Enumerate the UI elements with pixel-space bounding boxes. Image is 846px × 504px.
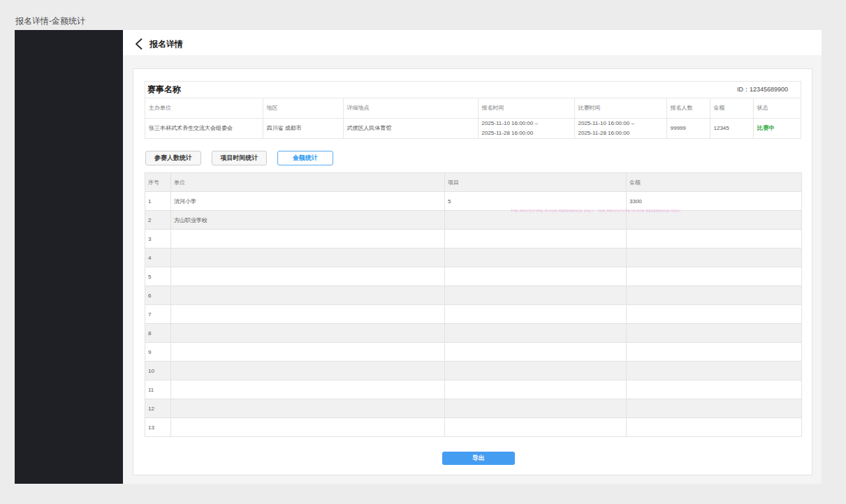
stats-cell-unit [171, 267, 445, 286]
cell-amount: 12345 [710, 118, 753, 138]
col-match-time: 比赛时间 [574, 98, 666, 118]
cell-region: 四川省 成都市 [263, 118, 343, 138]
stats-cell-project [445, 230, 627, 249]
event-info-table: 主办单位 地区 详细地点 报名时间 比赛时间 报名人数 金额 状态 张三丰杯武术 [145, 98, 801, 138]
stats-cell-no: 8 [145, 324, 171, 343]
cell-address: 武侯区人民体育馆 [343, 118, 478, 138]
stat-tabs: 参赛人数统计 项目时间统计 金额统计 [145, 151, 333, 165]
stats-cell-unit [171, 286, 445, 305]
stats-cell-project [445, 343, 627, 362]
stats-cell-project [445, 380, 627, 399]
stats-cell-no: 3 [145, 230, 171, 249]
stats-cell-unit [171, 324, 445, 343]
event-id: ID：12345689900 [737, 85, 801, 94]
stats-row-10: 10 [145, 362, 802, 380]
page-title: 报名详情-金额统计 [15, 17, 85, 26]
tab-participant-count[interactable]: 参赛人数统计 [145, 151, 201, 165]
col-address: 详细地点 [343, 98, 478, 118]
tab-project-time[interactable]: 项目时间统计 [212, 151, 267, 165]
stats-cell-project [445, 286, 627, 305]
stats-cell-unit: 清河小学 [171, 192, 445, 211]
stats-row-11: 11 [145, 380, 802, 399]
stats-cell-unit [171, 305, 445, 324]
event-info-header-row: 主办单位 地区 详细地点 报名时间 比赛时间 报名人数 金额 状态 [145, 98, 801, 118]
stats-row-2: 2方山职业学校 [145, 211, 802, 230]
stats-header-row: 序号 单位 项目 金额 [145, 173, 802, 192]
main-area: 报名详情 赛事名称 ID：12345689900 主办单位 地区 [123, 30, 822, 484]
stats-cell-no: 5 [145, 267, 171, 286]
col-money: 金额 [627, 173, 802, 192]
col-region: 地区 [263, 98, 343, 118]
stats-cell-no: 13 [145, 418, 171, 437]
cell-match-time: 2025-11-10 16:00:00 –2025-11-28 16:00:00 [574, 118, 666, 138]
stats-cell-amount [627, 211, 802, 230]
stats-row-4: 4 [145, 249, 802, 267]
stats-cell-amount: 3300 [627, 192, 802, 211]
col-no: 序号 [145, 173, 171, 192]
content-card: 赛事名称 ID：12345689900 主办单位 地区 详细地点 报名时间 [133, 68, 812, 475]
tab-amount[interactable]: 金额统计 [277, 151, 333, 165]
stats-cell-amount [627, 380, 802, 399]
col-signup-count: 报名人数 [666, 98, 710, 118]
stats-row-5: 5 [145, 267, 802, 286]
event-info-data-row: 张三丰杯武术养生交流大会组委会 四川省 成都市 武侯区人民体育馆 2025-11… [145, 118, 801, 138]
stats-cell-no: 4 [145, 249, 171, 267]
stats-cell-amount [627, 230, 802, 249]
stats-row-8: 8 [145, 324, 802, 343]
stats-cell-no: 12 [145, 399, 171, 418]
stats-row-13: 13 [145, 418, 802, 437]
event-info-section: 赛事名称 ID：12345689900 主办单位 地区 详细地点 报名时间 [145, 81, 801, 139]
stats-row-7: 7 [145, 305, 802, 324]
stats-cell-no: 6 [145, 286, 171, 305]
cell-signup-time: 2025-11-10 16:00:00 –2025-11-28 16:00:00 [478, 118, 574, 138]
cell-signup-count: 99999 [666, 118, 710, 138]
export-button[interactable]: 导出 [442, 452, 515, 465]
stats-cell-project [445, 399, 627, 418]
stats-cell-no: 11 [145, 380, 171, 399]
stats-cell-unit [171, 380, 445, 399]
watermark-annotation: THE PROTOTYPE IS FOR REFERENCE ONLY - TH… [511, 209, 685, 213]
stats-cell-project [445, 362, 627, 380]
stats-row-9: 9 [145, 343, 802, 362]
col-amount: 金额 [710, 98, 753, 118]
stats-cell-unit [171, 399, 445, 418]
stats-cell-no: 1 [145, 192, 171, 211]
sidebar [15, 30, 123, 484]
stats-cell-amount [627, 418, 802, 437]
stats-cell-project: 5 [445, 192, 627, 211]
stats-cell-unit [171, 249, 445, 267]
stats-cell-amount [627, 399, 802, 418]
stats-row-1: 1清河小学53300 [145, 192, 802, 211]
stats-cell-project [445, 324, 627, 343]
stats-cell-amount [627, 305, 802, 324]
col-signup-time: 报名时间 [478, 98, 574, 118]
stats-cell-amount [627, 249, 802, 267]
back-icon[interactable] [135, 38, 143, 50]
topbar: 报名详情 [123, 30, 822, 55]
stats-cell-no: 7 [145, 305, 171, 324]
stats-row-3: 3 [145, 230, 802, 249]
col-project: 项目 [445, 173, 627, 192]
cell-organizer: 张三丰杯武术养生交流大会组委会 [145, 118, 263, 138]
app-screen: 报名详情 赛事名称 ID：12345689900 主办单位 地区 [15, 30, 822, 484]
col-organizer: 主办单位 [145, 98, 263, 118]
stats-cell-unit [171, 362, 445, 380]
stats-cell-project [445, 211, 627, 230]
stats-cell-unit [171, 418, 445, 437]
col-unit: 单位 [171, 173, 445, 192]
col-status: 状态 [753, 98, 801, 118]
event-section-title: 赛事名称 [145, 84, 181, 96]
event-section-header: 赛事名称 ID：12345689900 [145, 82, 801, 98]
stats-cell-unit: 方山职业学校 [171, 211, 445, 230]
status-badge: 比赛中 [753, 118, 801, 138]
stats-row-6: 6 [145, 286, 802, 305]
stats-row-12: 12 [145, 399, 802, 418]
stats-cell-unit [171, 230, 445, 249]
stats-cell-amount [627, 267, 802, 286]
stats-cell-no: 2 [145, 211, 171, 230]
stats-cell-project [445, 267, 627, 286]
stats-cell-project [445, 249, 627, 267]
stats-cell-amount [627, 286, 802, 305]
stats-cell-unit [171, 343, 445, 362]
stats-cell-amount [627, 343, 802, 362]
